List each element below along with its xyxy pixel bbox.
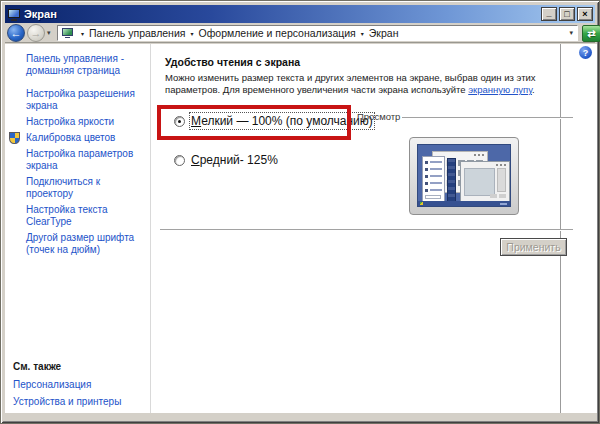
preview-group-label: Просмотр: [357, 111, 400, 122]
window-title: Экран: [24, 5, 57, 23]
breadcrumb-separator-icon[interactable]: ▾: [361, 30, 364, 37]
magnifier-link[interactable]: экранную лупу: [468, 84, 532, 95]
address-dropdown-icon[interactable]: ▾: [569, 29, 573, 37]
preview-start-menu: [422, 156, 445, 202]
preview-window-buttons-icon: [482, 154, 484, 156]
breadcrumb-control-panel[interactable]: Панель управления: [89, 27, 185, 39]
preview-menu-lines: [430, 161, 442, 163]
breadcrumb-separator-icon[interactable]: ▾: [81, 30, 84, 37]
radio-medium-125[interactable]: Средний- 125%: [174, 153, 278, 167]
preview-group-line: [402, 117, 573, 119]
sidebar-item-cleartype[interactable]: Настройка текста ClearType: [5, 204, 147, 228]
preview-monitor-image: [409, 137, 519, 215]
forward-button[interactable]: →: [27, 24, 45, 42]
sidebar-item-color-calibration[interactable]: Калибровка цветов: [5, 132, 147, 144]
preview-window-front: [460, 161, 510, 202]
sidebar-item-connect-projector[interactable]: Подключиться к проектору: [5, 176, 147, 200]
breadcrumb-appearance[interactable]: Оформление и персонализация: [199, 27, 356, 39]
sidebar-item-custom-dpi[interactable]: Другой размер шрифта (точек на дюйм): [5, 232, 147, 256]
preview-menu-input: [425, 195, 441, 199]
preview-front-content: [464, 168, 495, 196]
sidebar-item-devices-printers[interactable]: Устройства и принтеры: [13, 396, 145, 407]
sidebar: Панель управления - домашняя страница На…: [5, 44, 150, 413]
intro-text-after: .: [532, 84, 535, 95]
window-controls: _ □ ×: [541, 7, 593, 21]
sidebar-item-display-settings[interactable]: Настройка параметров экрана: [5, 148, 147, 172]
breadcrumb-separator-icon[interactable]: ▾: [190, 30, 193, 37]
display-settings-window: Экран _ □ × ← → ▾ ▾ Панель управления ▾ …: [0, 0, 600, 424]
help-icon[interactable]: ?: [579, 46, 592, 59]
preview-screen: [417, 144, 511, 207]
sidebar-divider: [150, 44, 151, 413]
sidebar-item-personalization[interactable]: Персонализация: [13, 379, 145, 390]
sidebar-item-screen-resolution[interactable]: Настройка разрешения экрана: [5, 88, 147, 112]
see-also-header: См. также: [13, 361, 145, 372]
apply-button[interactable]: Применить: [500, 238, 567, 256]
page-title: Удобство чтения с экрана: [165, 56, 300, 68]
see-also-section: См. также Персонализация Устройства и пр…: [13, 361, 145, 413]
refresh-button[interactable]: ⇄: [582, 25, 600, 42]
intro-text: Можно изменить размер текста и других эл…: [165, 72, 583, 96]
sidebar-item-control-panel-home[interactable]: Панель управления - домашняя страница: [5, 53, 147, 77]
minimize-icon[interactable]: _: [541, 7, 557, 21]
breadcrumb-display[interactable]: Экран: [369, 27, 399, 39]
content-pane: Панель управления - домашняя страница На…: [5, 44, 597, 413]
uac-shield-icon: [9, 132, 20, 144]
preview-start-button: [420, 202, 423, 205]
address-bar[interactable]: ▾ Панель управления ▾ Оформление и персо…: [57, 25, 578, 41]
history-chevron-icon[interactable]: ▾: [47, 29, 51, 37]
sidebar-item-brightness[interactable]: Настройка яркости: [5, 116, 147, 128]
preview-front-buttons: [499, 194, 506, 198]
address-location-icon: [62, 28, 74, 38]
preview-window-buttons-icon: [504, 164, 506, 166]
preview-task-column: [447, 158, 456, 205]
display-monitor-icon: [8, 9, 21, 20]
bottom-divider: [160, 229, 573, 231]
navigation-toolbar: ← → ▾ ▾ Панель управления ▾ Оформление и…: [5, 23, 595, 43]
preview-front-sidebar: [497, 168, 506, 192]
sidebar-item-label: Калибровка цветов: [26, 132, 115, 143]
radio-small-100-label[interactable]: Мелкий — 100% (по умолчанию): [191, 114, 373, 128]
title-bar: Экран _ □ ×: [5, 5, 595, 23]
sidebar-nav: Панель управления - домашняя страница На…: [5, 53, 147, 260]
preview-menu-dots: [425, 161, 428, 164]
radio-medium-125-label[interactable]: Средний- 125%: [191, 153, 278, 167]
radio-unselected-icon[interactable]: [174, 155, 185, 166]
close-icon[interactable]: ×: [577, 7, 593, 21]
back-button[interactable]: ←: [7, 24, 25, 42]
radio-small-100[interactable]: Мелкий — 100% (по умолчанию): [174, 114, 373, 128]
preview-clock: [500, 203, 507, 205]
radio-selected-icon[interactable]: [174, 116, 185, 127]
maximize-icon[interactable]: □: [559, 7, 575, 21]
preview-taskbar: [418, 201, 510, 206]
